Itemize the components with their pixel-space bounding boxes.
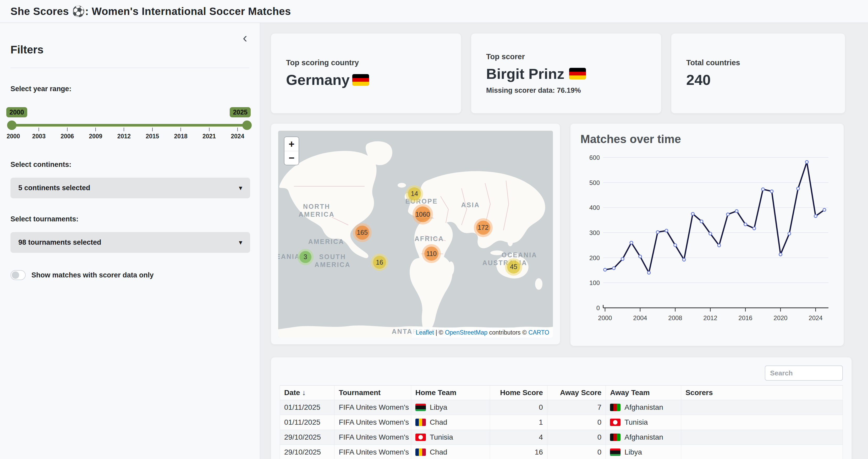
openstreetmap-link[interactable]: OpenStreetMap (445, 329, 488, 336)
afghanistan-flag-icon (610, 434, 620, 441)
table-row: 29/10/2025FIFA Unites Women's SeriesTuni… (280, 430, 843, 445)
slider-tick-label: 2006 (61, 133, 74, 140)
leaflet-link[interactable]: Leaflet (416, 329, 434, 336)
cluster-marker-16[interactable]: 16 (373, 256, 386, 269)
cluster-marker-172[interactable]: 172 (476, 221, 490, 235)
slider-tick-label: 2003 (32, 133, 45, 140)
tunisia-flag-icon (610, 419, 620, 426)
table-row: 01/11/2025FIFA Unites Women's SeriesLiby… (280, 400, 843, 415)
tournaments-select[interactable]: 98 tournaments selected ▾ (10, 232, 250, 253)
cluster-count: 16 (376, 258, 383, 266)
matches-over-time-chart[interactable]: 0100200300400500600200020042008201220162… (570, 124, 844, 346)
libya-flag-icon (415, 404, 426, 411)
chevron-left-icon: ‹ (243, 30, 247, 45)
svg-text:2024: 2024 (809, 314, 823, 322)
column-header-date[interactable]: Date ↓ (280, 386, 335, 400)
cluster-marker-1060[interactable]: 1060 (415, 207, 431, 222)
germany-flag-icon (352, 74, 369, 86)
scorer-toggle-label: Show matches with scorer data only (31, 271, 154, 279)
chevron-down-icon: ▾ (239, 238, 242, 247)
team-name: Libya (430, 403, 447, 411)
world-map[interactable]: NORTH AMERICAAMERICASOUTH AMERICAEUROPEA… (278, 131, 553, 338)
attribution-text: | © (434, 329, 445, 336)
team-name: Chad (430, 448, 447, 456)
slider-tick-label: 2000 (6, 133, 20, 140)
map-zoom-in-button[interactable]: + (284, 137, 299, 151)
card-label: Total countries (686, 58, 845, 67)
map-card: NORTH AMERICAAMERICASOUTH AMERICAEUROPEA… (271, 123, 560, 344)
slider-tick (181, 128, 181, 131)
tournaments-value: 98 tournaments selected (18, 238, 239, 247)
page-title: She Scores ⚽: Women's International Socc… (10, 5, 291, 18)
team-name: Chad (430, 418, 447, 427)
cluster-marker-3[interactable]: 3 (299, 251, 311, 263)
slider-tick-label: 2012 (117, 133, 131, 140)
tournaments-label: Select tournaments: (10, 215, 249, 223)
table-row: 29/10/2025FIFA Unites Women's SeriesChad… (280, 445, 843, 459)
svg-text:500: 500 (589, 179, 600, 186)
continents-select[interactable]: 5 continents selected ▾ (10, 178, 250, 198)
card-value: Birgit Prinz (486, 65, 661, 82)
map-zoom-control: + − (284, 136, 299, 165)
search-input[interactable] (765, 365, 843, 381)
column-header-scorers[interactable]: Scorers (681, 386, 843, 400)
cluster-marker-165[interactable]: 165 (355, 225, 369, 240)
filters-sidebar: ‹ Filters Select year range: 2000 2025 2… (0, 23, 260, 459)
slider-tick (152, 128, 153, 131)
matches-table: Date ↓TournamentHome TeamHome ScoreAway … (280, 385, 843, 459)
cluster-count: 1060 (415, 211, 430, 218)
svg-text:400: 400 (589, 204, 600, 211)
divider (10, 68, 249, 68)
team-name: Tunisia (430, 433, 453, 441)
afghanistan-flag-icon (610, 404, 620, 411)
cluster-count: 3 (304, 253, 307, 261)
svg-text:2012: 2012 (703, 314, 717, 322)
cluster-count: 110 (426, 250, 437, 257)
main-content: Top scoring country Germany Top scorer B… (260, 23, 868, 459)
top-scoring-country-card: Top scoring country Germany (271, 33, 461, 114)
svg-text:600: 600 (589, 154, 600, 161)
slider-tick (67, 128, 68, 131)
chad-flag-icon (415, 419, 426, 426)
toggle-knob (12, 271, 19, 279)
year-max-badge: 2025 (230, 107, 251, 117)
chart-card: Matches over time 0100200300400500600200… (570, 123, 844, 346)
continents-label: Select continents: (10, 161, 249, 169)
scorer-data-toggle[interactable] (10, 270, 26, 280)
cluster-marker-14[interactable]: 14 (408, 187, 421, 201)
app-header: She Scores ⚽: Women's International Socc… (0, 0, 868, 23)
svg-text:200: 200 (589, 254, 600, 262)
top-scorer-card: Top scorer Birgit Prinz Missing scorer d… (471, 33, 661, 114)
continents-value: 5 continents selected (18, 184, 239, 192)
column-header-away-score[interactable]: Away Score (547, 386, 606, 400)
column-header-tournament[interactable]: Tournament (335, 386, 411, 400)
slider-tick-label: 2015 (146, 133, 159, 140)
year-min-badge: 2000 (6, 107, 27, 117)
map-attribution: Leaflet | © OpenStreetMap contributors ©… (412, 328, 553, 338)
carto-link[interactable]: CARTO (528, 329, 549, 336)
germany-flag-icon (569, 68, 586, 80)
tunisia-flag-icon (415, 434, 426, 441)
column-header-home-team[interactable]: Home Team (411, 386, 490, 400)
map-zoom-out-button[interactable]: − (284, 151, 299, 165)
slider-tick-label: 2018 (174, 133, 188, 140)
slider-tick-label: 2009 (89, 133, 102, 140)
slider-tick (38, 128, 39, 131)
year-range-slider[interactable]: 2000 2025 200020032006200920122015201820… (10, 124, 247, 126)
card-value: Germany (286, 71, 461, 88)
sidebar-collapse-button[interactable]: ‹ (243, 31, 247, 44)
slider-ticks: 200020032006200920122015201820212024 (10, 127, 247, 143)
cluster-marker-110[interactable]: 110 (424, 247, 438, 261)
slider-tick-label: 2024 (231, 133, 244, 140)
svg-text:2000: 2000 (598, 314, 612, 322)
cluster-marker-45[interactable]: 45 (507, 261, 520, 274)
svg-text:2020: 2020 (773, 314, 787, 322)
svg-text:2016: 2016 (738, 314, 752, 322)
team-name: Afghanistan (624, 433, 663, 441)
matches-table-card: Date ↓TournamentHome TeamHome ScoreAway … (271, 357, 852, 459)
cluster-count: 14 (411, 190, 418, 197)
column-header-away-team[interactable]: Away Team (606, 386, 681, 400)
svg-text:2004: 2004 (633, 314, 647, 322)
column-header-home-score[interactable]: Home Score (490, 386, 547, 400)
filters-title: Filters (10, 43, 249, 56)
